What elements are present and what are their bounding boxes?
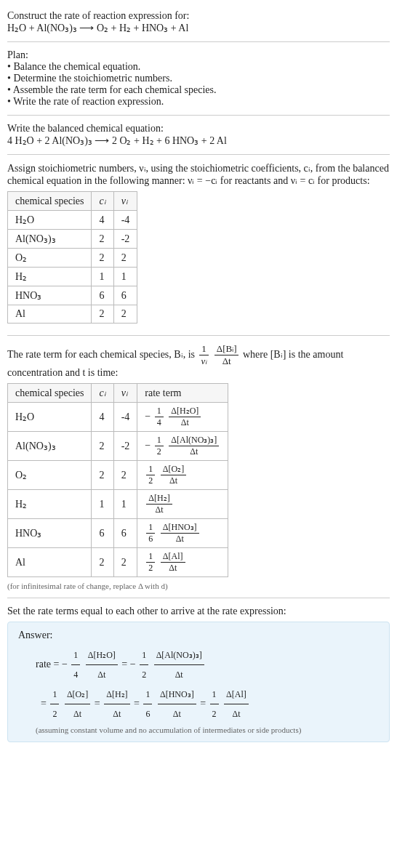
balanced-section: Write the balanced chemical equation: 4 … [7, 118, 390, 151]
cell-rate-term: 16 Δ[HNO₃]Δt [137, 519, 228, 548]
cell: 2 [113, 305, 137, 324]
cell: 1 [92, 268, 113, 286]
cell: 2 [92, 305, 113, 324]
plan-item: • Balance the chemical equation. [7, 61, 390, 73]
col-vi: νᵢ [113, 192, 137, 211]
table-header-row: chemical species cᵢ νᵢ rate term [8, 384, 228, 403]
cell: 4 [92, 403, 113, 432]
final-note: (assuming constant volume and no accumul… [36, 726, 379, 734]
table-row: O₂22 [8, 249, 137, 268]
cell: 6 [92, 519, 113, 548]
cell-rate-term: Δ[H₂]Δt [137, 490, 228, 519]
cell: H₂O [8, 403, 92, 432]
cell: 2 [92, 432, 113, 461]
col-vi: νᵢ [113, 384, 137, 403]
cell: 2 [92, 461, 113, 490]
final-section: Set the rate terms equal to each other t… [7, 601, 390, 747]
cell: Al(NO₃)₃ [8, 230, 92, 249]
cell: 2 [113, 548, 137, 577]
cell: 2 [92, 249, 113, 268]
table-header-row: chemical species cᵢ νᵢ [8, 192, 137, 211]
table-row: O₂2212 Δ[O₂]Δt [8, 461, 228, 490]
plan-item-text: Write the rate of reaction expression. [13, 96, 164, 107]
divider [7, 41, 390, 42]
plan-item: • Determine the stoichiometric numbers. [7, 73, 390, 84]
frac-one-over-nu: 1 νᵢ [199, 343, 209, 367]
plan-item: • Assemble the rate term for each chemic… [7, 84, 390, 96]
cell: 2 [92, 548, 113, 577]
cell: HNO₃ [8, 286, 92, 305]
cell: 1 [92, 490, 113, 519]
cell: O₂ [8, 249, 92, 268]
cell: 1 [113, 490, 137, 519]
table-row: Al22 [8, 305, 137, 324]
cell: 6 [92, 286, 113, 305]
col-ci: cᵢ [92, 192, 113, 211]
divider [7, 335, 390, 336]
plan-item-text: Balance the chemical equation. [13, 61, 140, 72]
balanced-heading: Write the balanced chemical equation: [7, 123, 390, 134]
cell: 6 [113, 286, 137, 305]
cell: 2 [113, 461, 137, 490]
intro-equation: H₂O + Al(NO₃)₃ ⟶ O₂ + H₂ + HNO₃ + Al [7, 22, 390, 34]
stoich-section: Assign stoichiometric numbers, νᵢ, using… [7, 158, 390, 332]
cell: H₂O [8, 211, 92, 230]
answer-box: Answer: rate = − 14 Δ[H₂O]Δt = − 12 Δ[Al… [7, 622, 390, 742]
table-row: Al(NO₃)₃2-2− 12 Δ[Al(NO₃)₃]Δt [8, 432, 228, 461]
stoich-text: Assign stoichiometric numbers, νᵢ, using… [7, 162, 390, 187]
table-row: Al(NO₃)₃2-2 [8, 230, 137, 249]
table-row: H₂11 [8, 268, 137, 286]
answer-label: Answer: [18, 630, 379, 641]
table-row: HNO₃66 [8, 286, 137, 305]
cell: -4 [113, 211, 137, 230]
rateterm-note: (for infinitesimal rate of change, repla… [7, 582, 390, 590]
plan-item-text: Assemble the rate term for each chemical… [13, 84, 217, 95]
cell: 1 [113, 268, 137, 286]
cell: 2 [92, 230, 113, 249]
divider [7, 154, 390, 155]
cell: H₂ [8, 268, 92, 286]
plan-item: • Write the rate of reaction expression. [7, 96, 390, 108]
cell-rate-term: − 14 Δ[H₂O]Δt [137, 403, 228, 432]
rateterm-table: chemical species cᵢ νᵢ rate term H₂O4-4−… [7, 383, 228, 577]
table-row: H₂O4-4 [8, 211, 137, 230]
cell: Al [8, 305, 92, 324]
cell-rate-term: 12 Δ[Al]Δt [137, 548, 228, 577]
rateterm-section: The rate term for each chemical species,… [7, 339, 390, 595]
cell-rate-term: 12 Δ[O₂]Δt [137, 461, 228, 490]
cell: 4 [92, 211, 113, 230]
balanced-equation: 4 H₂O + 2 Al(NO₃)₃ ⟶ 2 O₂ + H₂ + 6 HNO₃ … [7, 134, 390, 147]
divider [7, 598, 390, 598]
divider [7, 115, 390, 116]
cell: -4 [113, 403, 137, 432]
intro-section: Construct the rate of reaction expressio… [7, 6, 390, 39]
cell: -2 [113, 230, 137, 249]
cell: -2 [113, 432, 137, 461]
plan-item-text: Determine the stoichiometric numbers. [13, 73, 172, 84]
final-heading: Set the rate terms equal to each other t… [7, 606, 390, 617]
cell-rate-term: − 12 Δ[Al(NO₃)₃]Δt [137, 432, 228, 461]
col-species: chemical species [8, 192, 92, 211]
col-rate-term: rate term [137, 384, 228, 403]
table-row: H₂11Δ[H₂]Δt [8, 490, 228, 519]
cell: 2 [113, 249, 137, 268]
cell: HNO₃ [8, 519, 92, 548]
table-row: H₂O4-4− 14 Δ[H₂O]Δt [8, 403, 228, 432]
col-species: chemical species [8, 384, 92, 403]
text-part: The rate term for each chemical species,… [7, 349, 198, 360]
cell: Al [8, 548, 92, 577]
plan-section: Plan: • Balance the chemical equation. •… [7, 45, 390, 112]
table-row: HNO₃6616 Δ[HNO₃]Δt [8, 519, 228, 548]
rate-word: rate [36, 659, 51, 670]
stoich-table: chemical species cᵢ νᵢ H₂O4-4 Al(NO₃)₃2-… [7, 191, 137, 324]
plan-heading: Plan: [7, 49, 390, 61]
intro-line: Construct the rate of reaction expressio… [7, 10, 390, 22]
rateterm-text: The rate term for each chemical species,… [7, 343, 390, 379]
cell: 6 [113, 519, 137, 548]
col-ci: cᵢ [92, 384, 113, 403]
frac-dBi-dt: Δ[Bᵢ] Δt [214, 343, 239, 367]
table-row: Al2212 Δ[Al]Δt [8, 548, 228, 577]
cell: O₂ [8, 461, 92, 490]
cell: H₂ [8, 490, 92, 519]
cell: Al(NO₃)₃ [8, 432, 92, 461]
